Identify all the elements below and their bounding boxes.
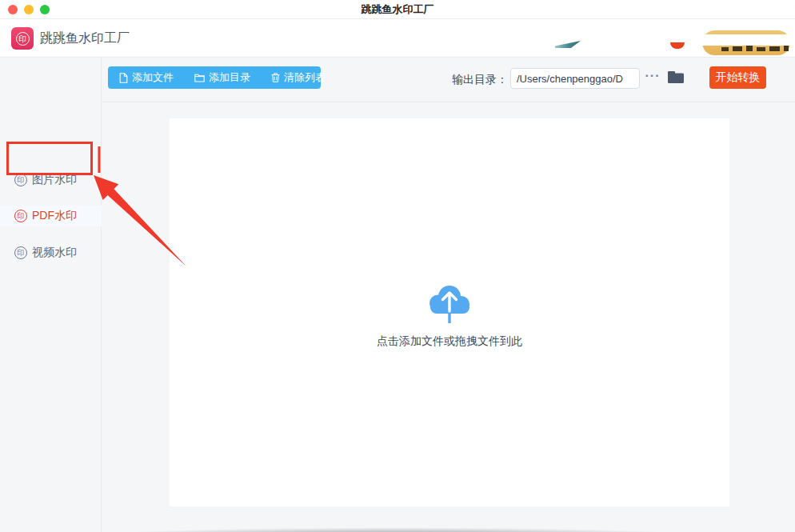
obscured-badge-icon (670, 42, 685, 49)
folder-open-icon (667, 70, 685, 84)
output-dir-input[interactable] (510, 68, 640, 89)
add-folder-button[interactable]: 添加目录 (194, 70, 250, 85)
white-overlay (697, 34, 795, 46)
app-name: 跳跳鱼水印工厂 (40, 30, 130, 47)
file-icon (119, 73, 128, 83)
sidebar-item-label: PDF水印 (32, 209, 77, 223)
browse-more-button[interactable]: ··· (642, 66, 663, 86)
watermark-seal-icon: 印 (14, 210, 27, 222)
sidebar-item-label: 图片水印 (32, 173, 77, 187)
sidebar-item-image-watermark[interactable]: 印 图片水印 (0, 170, 102, 190)
trash-icon (271, 73, 280, 82)
sidebar-item-video-watermark[interactable]: 印 视频水印 (0, 242, 102, 263)
drop-zone[interactable]: 点击添加文件或拖拽文件到此 (170, 118, 729, 506)
main-panel: 添加文件 添加目录 清除列表 输出目录： ··· 开始转换 (102, 58, 795, 532)
app-header: 印 跳跳鱼水印工厂 (0, 19, 795, 58)
sidebar: 印 图片水印 印 PDF水印 印 视频水印 (0, 58, 102, 532)
window-title: 跳跳鱼水印工厂 (0, 2, 795, 17)
app-window: 跳跳鱼水印工厂 印 跳跳鱼水印工厂 印 图片水印 印 PDF水印 印 视频水印 (0, 0, 795, 532)
add-file-button[interactable]: 添加文件 (119, 70, 174, 85)
clear-list-button[interactable]: 清除列表 (271, 70, 326, 85)
app-logo-icon: 印 (11, 27, 34, 50)
open-output-folder-button[interactable] (665, 68, 686, 89)
vip-upgrade-button[interactable] (702, 30, 790, 55)
output-dir-label: 输出目录： (452, 73, 508, 87)
watermark-seal-icon: 印 (14, 174, 27, 186)
watermark-seal-icon: 印 (14, 246, 27, 259)
obscured-fish-icon (555, 41, 581, 48)
sidebar-item-pdf-watermark[interactable]: 印 PDF水印 (0, 206, 102, 226)
folder-icon (194, 74, 205, 82)
upload-cloud-icon (424, 278, 475, 323)
toolbar: 添加文件 添加目录 清除列表 输出目录： ··· 开始转换 (102, 58, 795, 102)
content-area: 点击添加文件或拖拽文件到此 (102, 103, 795, 532)
file-actions-group: 添加文件 添加目录 清除列表 (108, 66, 321, 89)
start-convert-button[interactable]: 开始转换 (709, 66, 766, 89)
titlebar: 跳跳鱼水印工厂 (0, 0, 795, 19)
drop-zone-hint: 点击添加文件或拖拽文件到此 (170, 334, 729, 349)
sidebar-item-label: 视频水印 (32, 246, 77, 260)
seal-glyph: 印 (16, 32, 30, 46)
drop-zone-inner: 点击添加文件或拖拽文件到此 (170, 278, 729, 349)
obscured-vip-text (721, 46, 789, 51)
